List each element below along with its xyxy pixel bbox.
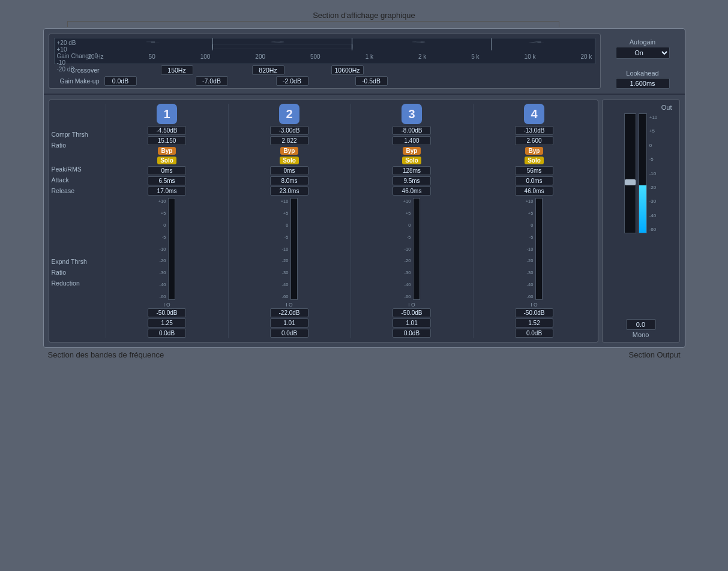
svg-text:3: 3 [411, 41, 426, 44]
band1-release[interactable]: 17.0ms [148, 187, 186, 196]
reduction-label: Reduction [52, 278, 106, 288]
band4-peak-rms[interactable]: 56ms [515, 166, 553, 175]
band-number-3: 3 [402, 104, 422, 124]
band4-io-label: I O [531, 302, 537, 308]
band-number-2: 2 [279, 104, 299, 124]
band3-exp-ratio[interactable]: 1.01 [393, 318, 431, 327]
band1-compr-thrsh[interactable]: -4.50dB [148, 126, 186, 135]
band1-byp-button[interactable]: Byp [158, 147, 176, 155]
band4-attack[interactable]: 0.0ms [515, 176, 553, 185]
band4-reduction[interactable]: 0.0dB [515, 329, 553, 338]
x-label-100: 100 [200, 53, 211, 60]
band2-attack[interactable]: 8.0ms [270, 176, 308, 185]
band-number-1: 1 [157, 104, 177, 124]
out-db-plus10: +10 [649, 115, 658, 120]
out-db-plus5: +5 [649, 128, 658, 134]
band3-ratio[interactable]: 1.400 [393, 136, 431, 145]
band1-expnd-thrsh[interactable]: -50.0dB [148, 308, 186, 317]
x-label-20k: 20 k [580, 53, 592, 60]
gainmakeup-2[interactable]: -7.0dB [196, 76, 228, 86]
output-fader-handle[interactable] [625, 179, 636, 185]
band2-reduction[interactable]: 0.0dB [270, 329, 308, 338]
band1-attack[interactable]: 6.5ms [148, 176, 186, 185]
crossover-3[interactable]: 10600Hz [331, 65, 364, 75]
band1-reduction[interactable]: 0.0dB [148, 329, 186, 338]
bands-section: Compr Thrsh Ratio Peak/RMS Attack Releas… [49, 100, 598, 342]
x-label-200: 200 [255, 53, 265, 60]
band3-release[interactable]: 46.0ms [393, 187, 431, 196]
band3-attack[interactable]: 9.5ms [393, 176, 431, 185]
svg-text:2: 2 [269, 41, 285, 44]
gainmakeup-4[interactable]: -0.5dB [355, 76, 388, 86]
band1-ratio[interactable]: 15.150 [148, 136, 186, 145]
graph-area: +20 dB +10 Gain Change 0 -10 -20 dB [54, 38, 595, 64]
out-db-minus5: -5 [649, 157, 658, 162]
band1-peak-rms[interactable]: 0ms [148, 166, 186, 175]
band2-byp-button[interactable]: Byp [280, 147, 299, 155]
band4-expnd-thrsh[interactable]: -50.0dB [515, 308, 553, 317]
band2-exp-ratio[interactable]: 1.01 [270, 318, 308, 327]
band3-expnd-thrsh[interactable]: -50.0dB [393, 308, 431, 317]
output-value-box[interactable]: 0.0 [626, 319, 656, 330]
band3-vu-labels: +10+50-5-10-20-30-40-60 [403, 198, 412, 300]
graph-x-labels: 20 Hz 50 100 200 500 1 k 2 k 5 k 10 k 20… [86, 50, 595, 62]
band-col-4: 4 -13.0dB 2.600 Byp Solo 56ms 0.0ms 46.0… [473, 104, 595, 338]
output-section-label: Section Output [629, 350, 681, 359]
band3-byp-button[interactable]: Byp [403, 147, 421, 155]
gainmakeup-3[interactable]: -2.0dB [276, 76, 308, 86]
graphic-section: +20 dB +10 Gain Change 0 -10 -20 dB [49, 34, 601, 89]
mono-label: Mono [633, 331, 649, 338]
band2-ratio[interactable]: 2.822 [270, 136, 308, 145]
band4-release[interactable]: 46.0ms [515, 187, 553, 196]
bottom-labels: Section des bandes de fréquence Section … [43, 350, 685, 359]
band2-vu-bar [290, 198, 298, 300]
lookahead-value[interactable]: 1.600ms [616, 78, 670, 89]
ratio-label-1: Ratio [52, 140, 106, 151]
band4-ratio[interactable]: 2.600 [515, 136, 553, 145]
band2-vu-labels: +10+50-5-10-20-30-40-60 [281, 198, 290, 300]
output-vu-bar [639, 113, 647, 233]
band2-peak-rms[interactable]: 0ms [270, 166, 308, 175]
right-panel: Autogain On Off Lookahead 1.600ms [601, 29, 685, 94]
band2-expnd-thrsh[interactable]: -22.0dB [270, 308, 308, 317]
gainmakeup-row: Gain Make-up 0.0dB -7.0dB -2.0dB -0.5dB [54, 76, 595, 86]
y-label-zero: Gain Change 0 [57, 53, 83, 59]
out-db-minus30: -30 [649, 199, 658, 204]
lookahead-group: Lookahead 1.600ms [616, 70, 670, 89]
crossover-1[interactable]: 150Hz [161, 65, 193, 75]
graph-svg[interactable]: 1 2 3 4 [86, 38, 595, 50]
output-fader[interactable] [624, 113, 636, 233]
bands-section-label: Section des bandes de fréquence [48, 350, 164, 359]
out-db-minus40: -40 [649, 213, 658, 218]
svg-rect-6 [212, 44, 352, 49]
out-db-minus60: -60 [649, 227, 658, 232]
y-label-plus20: +20 dB [57, 40, 83, 46]
band1-exp-ratio[interactable]: 1.25 [148, 318, 186, 327]
bracket-line [67, 21, 559, 27]
band-col-3: 3 -8.00dB 1.400 Byp Solo 128ms 9.5ms 46.… [350, 104, 473, 338]
graph-inner[interactable]: 1 2 3 4 [86, 38, 595, 50]
band4-exp-ratio[interactable]: 1.52 [515, 318, 553, 327]
band4-compr-thrsh[interactable]: -13.0dB [515, 126, 553, 135]
band4-byp-button[interactable]: Byp [525, 147, 544, 155]
band3-solo-button[interactable]: Solo [402, 157, 421, 164]
band4-solo-button[interactable]: Solo [525, 157, 544, 164]
out-db-minus10: -10 [649, 171, 658, 176]
band4-vu-labels: +10+50-5-10-20-30-40-60 [526, 198, 535, 300]
band3-compr-thrsh[interactable]: -8.00dB [393, 126, 431, 135]
band-col-1: 1 -4.50dB 15.150 Byp Solo 0ms 6.5ms 17.0… [106, 104, 228, 338]
output-db-labels: +10 +5 0 -5 -10 -20 -30 -40 -60 [649, 113, 658, 233]
band3-peak-rms[interactable]: 128ms [393, 166, 431, 175]
main-container: +20 dB +10 Gain Change 0 -10 -20 dB [43, 28, 685, 348]
band2-compr-thrsh[interactable]: -3.00dB [270, 126, 308, 135]
crossover-2[interactable]: 820Hz [252, 65, 284, 75]
autogain-group: Autogain On Off [616, 38, 670, 59]
band2-release[interactable]: 23.0ms [270, 187, 308, 196]
autogain-select[interactable]: On Off [616, 47, 670, 59]
band3-reduction[interactable]: 0.0dB [393, 329, 431, 338]
band2-solo-button[interactable]: Solo [280, 157, 299, 164]
band3-io-label: I O [408, 302, 415, 308]
band1-solo-button[interactable]: Solo [157, 157, 176, 164]
x-label-10k: 10 k [525, 53, 536, 60]
gainmakeup-1[interactable]: 0.0dB [104, 76, 137, 86]
